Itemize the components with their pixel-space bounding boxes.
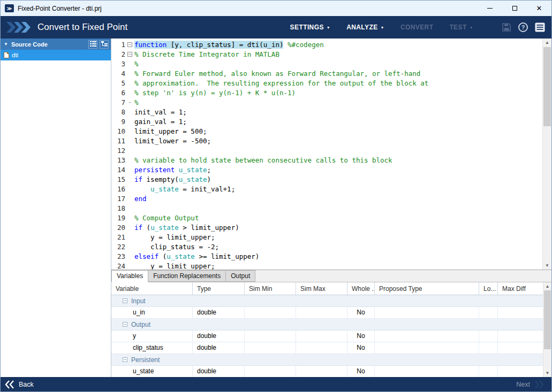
group-row-persistent[interactable]: −Persistent bbox=[111, 354, 543, 366]
code-line[interactable]: 8init_val = 1; bbox=[111, 107, 551, 117]
code-line[interactable]: 14persistent u_state; bbox=[111, 165, 551, 174]
code-line[interactable]: 13% variable to hold state between conse… bbox=[111, 155, 551, 165]
maximize-button[interactable] bbox=[502, 1, 527, 16]
back-button[interactable]: Back bbox=[5, 380, 34, 389]
code-line[interactable]: 17end bbox=[111, 194, 551, 203]
minimize-icon bbox=[487, 8, 493, 9]
next-button[interactable]: Next bbox=[516, 380, 544, 389]
save-icon[interactable] bbox=[502, 22, 511, 32]
line-number: 16 bbox=[111, 185, 125, 193]
close-icon: ✕ bbox=[536, 4, 542, 12]
table-row-clip_status[interactable]: clip_statusdoubleNo bbox=[111, 342, 543, 354]
code-line[interactable]: 6% step 'n' is y(n) = y(n-1) + K * u(n-1… bbox=[111, 88, 551, 97]
editor-scrollbar[interactable]: ▲ ▼ bbox=[542, 39, 551, 270]
code-line[interactable]: 2−% Discrete Time Integrator in MATLAB bbox=[111, 49, 551, 59]
statusbar: Back Next bbox=[1, 377, 551, 391]
menu-convert[interactable]: CONVERT bbox=[392, 24, 441, 31]
close-button[interactable]: ✕ bbox=[527, 1, 551, 16]
layout-menu-icon[interactable] bbox=[535, 22, 545, 32]
code-line[interactable]: 4% Forward Euler method, also known as F… bbox=[111, 68, 551, 78]
tree-view-icon[interactable] bbox=[100, 40, 109, 49]
column-header-3[interactable]: Sim Max bbox=[296, 282, 347, 295]
code-line[interactable]: 9gain_val = 1; bbox=[111, 117, 551, 126]
tab-variables[interactable]: Variables bbox=[111, 270, 148, 282]
menu-analyze[interactable]: ANALYZE▼ bbox=[338, 24, 392, 31]
variables-table-body: −Inputu_indoubleNo−OutputydoubleNoclip_s… bbox=[111, 295, 543, 377]
collapse-triangle-icon[interactable]: ▼ bbox=[4, 42, 8, 47]
help-icon[interactable]: ? bbox=[518, 22, 528, 32]
chevron-down-icon: ▼ bbox=[381, 26, 384, 29]
code-line[interactable]: 20if (u_state > limit_upper) bbox=[111, 222, 551, 232]
code-text: u_state = init_val+1; bbox=[134, 185, 235, 193]
code-line[interactable]: 21 y = limit_upper; bbox=[111, 232, 551, 242]
group-row-input[interactable]: −Input bbox=[111, 295, 543, 307]
code-line[interactable]: 10limit_upper = 500; bbox=[111, 126, 551, 136]
app-icon: ≫ bbox=[5, 4, 14, 12]
column-header-2[interactable]: Sim Min bbox=[245, 282, 296, 295]
code-line[interactable]: 5% approximation. The resulting expressi… bbox=[111, 78, 551, 88]
code-text: function [y, clip_status] = dti(u_in) %#… bbox=[134, 41, 324, 49]
table-scroll-up-icon[interactable]: ▲ bbox=[543, 282, 551, 290]
editor-scrollbar-thumb[interactable] bbox=[543, 47, 551, 126]
table-scrollbar-thumb[interactable] bbox=[544, 290, 551, 349]
cell-whole: No bbox=[347, 342, 375, 353]
scroll-up-icon[interactable]: ▲ bbox=[543, 39, 551, 47]
code-line[interactable]: 7-% bbox=[111, 97, 551, 107]
file-icon bbox=[4, 52, 9, 58]
scroll-down-icon[interactable]: ▼ bbox=[543, 262, 551, 270]
code-line[interactable]: 3% bbox=[111, 59, 551, 68]
collapse-group-icon[interactable]: − bbox=[123, 322, 127, 327]
menu-test[interactable]: TEST▼ bbox=[441, 24, 481, 31]
table-scroll-down-icon[interactable]: ▼ bbox=[543, 369, 551, 377]
code-line[interactable]: 11limit_lower = -500; bbox=[111, 136, 551, 145]
table-row-y[interactable]: ydoubleNo bbox=[111, 330, 543, 342]
tab-output[interactable]: Output bbox=[226, 270, 255, 282]
column-header-1[interactable]: Type bbox=[193, 282, 245, 295]
column-header-0[interactable]: Variable bbox=[111, 282, 193, 295]
table-header: VariableTypeSim MinSim MaxWhole ...Propo… bbox=[111, 282, 543, 295]
code-line[interactable]: 1−function [y, clip_status] = dti(u_in) … bbox=[111, 40, 551, 49]
column-header-4[interactable]: Whole ... bbox=[347, 282, 375, 295]
code-line[interactable]: 23elseif (u_state >= limit_upper) bbox=[111, 251, 551, 261]
line-number: 2 bbox=[111, 50, 125, 58]
chevron-down-icon: ▼ bbox=[470, 26, 473, 29]
group-row-output[interactable]: −Output bbox=[111, 319, 543, 330]
column-header-6[interactable]: Lo... bbox=[479, 282, 498, 295]
cell-max_diff bbox=[498, 342, 543, 353]
line-number: 11 bbox=[111, 137, 125, 145]
line-number: 5 bbox=[111, 79, 125, 87]
code-line[interactable]: 24 y = limit_upper; bbox=[111, 261, 551, 270]
sidebar-item-dti[interactable]: dti bbox=[1, 50, 111, 60]
code-line[interactable]: 18 bbox=[111, 203, 551, 213]
menu-settings[interactable]: SETTINGS▼ bbox=[282, 24, 339, 31]
group-label: Persistent bbox=[131, 356, 160, 364]
line-number: 9 bbox=[111, 118, 125, 126]
table-scrollbar[interactable]: ▲ ▼ bbox=[543, 282, 551, 377]
toolbar-icons: ? bbox=[502, 22, 545, 32]
code-line[interactable]: 22 clip_status = -2; bbox=[111, 242, 551, 251]
code-text: % variable to hold state between consecu… bbox=[134, 156, 392, 164]
code-line[interactable]: 12 bbox=[111, 145, 551, 155]
code-fold-icon[interactable]: − bbox=[127, 52, 132, 57]
list-view-icon[interactable] bbox=[88, 40, 97, 49]
column-header-7[interactable]: Max Diff bbox=[498, 282, 543, 295]
code-line[interactable]: 19% Compute Output bbox=[111, 213, 551, 222]
sidebar-item-label: dti bbox=[12, 52, 18, 58]
table-row-u_state[interactable]: u_statedoubleNo bbox=[111, 366, 543, 377]
code-line[interactable]: 16 u_state = init_val+1; bbox=[111, 184, 551, 194]
column-header-5[interactable]: Proposed Type bbox=[375, 282, 479, 295]
minimize-button[interactable] bbox=[478, 1, 502, 16]
next-chevron-icon bbox=[534, 380, 544, 389]
code-fold-icon[interactable]: − bbox=[127, 42, 132, 47]
line-number: 20 bbox=[111, 224, 125, 232]
tab-function-replacements[interactable]: Function Replacements bbox=[148, 270, 226, 282]
collapse-group-icon[interactable]: − bbox=[123, 357, 127, 362]
cell-max_diff bbox=[498, 366, 543, 377]
table-row-u_in[interactable]: u_indoubleNo bbox=[111, 307, 543, 319]
menu-label: ANALYZE bbox=[346, 24, 377, 31]
source-file-list: dti bbox=[1, 50, 111, 60]
cell-proposed_type bbox=[375, 330, 479, 342]
code-text: % step 'n' is y(n) = y(n-1) + K * u(n-1) bbox=[134, 89, 296, 97]
collapse-group-icon[interactable]: − bbox=[123, 298, 127, 303]
code-line[interactable]: 15if isempty(u_state) bbox=[111, 174, 551, 184]
